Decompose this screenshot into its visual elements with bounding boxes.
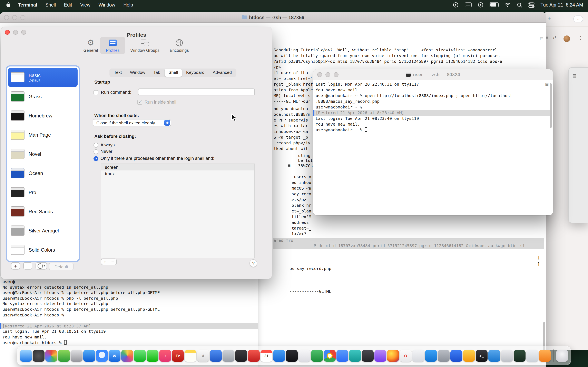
dock-icon-colour-grid-app[interactable] bbox=[45, 350, 57, 361]
terminal-settings-window[interactable]: Profiles ⚙ General Profiles Window Group… bbox=[1, 27, 272, 279]
toolbar-item-profiles[interactable]: Profiles bbox=[100, 37, 125, 54]
profile-item-pro[interactable]: Pro bbox=[8, 183, 78, 202]
dock-icon-chrome[interactable] bbox=[324, 350, 336, 361]
tab-keyboard[interactable]: Keyboard bbox=[182, 69, 209, 77]
dock-icon-safari[interactable] bbox=[96, 350, 108, 361]
tab-search-chevron-icon[interactable]: ⌄ bbox=[573, 16, 583, 22]
minimize-button[interactable] bbox=[12, 15, 17, 20]
dock-icon-white-grid-app[interactable] bbox=[298, 350, 310, 361]
dock-icon-white-photo-app[interactable] bbox=[412, 350, 424, 361]
dock-icon-light-map-app[interactable] bbox=[526, 350, 538, 361]
dock-icon-textedit[interactable]: A bbox=[197, 350, 209, 361]
remove-profile-button[interactable]: − bbox=[23, 262, 32, 269]
dock-icon-settings[interactable] bbox=[71, 350, 82, 361]
menubar-menu[interactable]: Edit bbox=[60, 2, 76, 7]
dock-icon-gray-tool-app[interactable] bbox=[223, 350, 234, 361]
control-center-icon[interactable] bbox=[528, 2, 534, 8]
dock-icon-facetime[interactable] bbox=[134, 350, 146, 361]
dock-icon-dark-camera-app[interactable] bbox=[286, 350, 298, 361]
dock-icon-orange-browser-app[interactable] bbox=[539, 350, 551, 361]
radio-only-if-processes[interactable] bbox=[94, 156, 98, 161]
process-list-item[interactable]: screen bbox=[101, 164, 254, 170]
menubar-menu[interactable]: View bbox=[76, 2, 94, 7]
profile-item-man-page[interactable]: Man Page bbox=[8, 125, 78, 144]
dock-icon-filezilla[interactable]: Fz bbox=[172, 350, 184, 361]
dock-icon-firefox[interactable] bbox=[387, 350, 399, 361]
profile-actions-menu-button[interactable]: ⋯▾ bbox=[35, 262, 47, 269]
window-titlebar[interactable]: user — -zsh — 80×24 bbox=[313, 69, 553, 80]
dock-icon-blue-utility-app[interactable] bbox=[83, 350, 95, 361]
scrollbar-thumb[interactable] bbox=[550, 83, 552, 128]
keyboard-icon[interactable] bbox=[465, 2, 471, 7]
dock-icon-launchpad[interactable] bbox=[33, 350, 44, 361]
menubar-menu[interactable]: Window bbox=[94, 2, 119, 7]
spotlight-icon[interactable] bbox=[517, 2, 522, 8]
dock-icon-podcasts[interactable] bbox=[374, 350, 386, 361]
tab-window[interactable]: Window bbox=[126, 69, 149, 77]
profile-item-red-sands[interactable]: Red Sands bbox=[8, 202, 78, 221]
process-remove-button[interactable]: − bbox=[109, 259, 117, 265]
dock-icon-music[interactable]: ♪ bbox=[159, 350, 171, 361]
active-app-menu[interactable]: Terminal bbox=[14, 2, 41, 7]
radio-never[interactable] bbox=[94, 149, 98, 154]
profile-item-homebrew[interactable]: Homebrew bbox=[8, 106, 78, 125]
dock-icon-red-media-app[interactable] bbox=[248, 350, 260, 361]
apple-menu-icon[interactable] bbox=[6, 2, 11, 8]
avatar[interactable] bbox=[563, 35, 570, 42]
zoom-button[interactable] bbox=[334, 72, 338, 77]
dock-icon-silver-app[interactable] bbox=[501, 350, 513, 361]
dock-icon-dark-pro-app[interactable] bbox=[235, 350, 247, 361]
close-button[interactable] bbox=[5, 30, 10, 35]
dock-icon-dark-green-app[interactable] bbox=[514, 350, 526, 361]
dock-icon-zoom[interactable] bbox=[337, 350, 348, 361]
dock-icon-teal-app[interactable] bbox=[349, 350, 361, 361]
tab-tab[interactable]: Tab bbox=[149, 69, 164, 77]
default-button[interactable]: Default bbox=[49, 263, 73, 270]
kebab-menu-icon[interactable]: ⋮ bbox=[578, 35, 583, 41]
tune-icon[interactable]: ⇄ bbox=[553, 35, 556, 40]
dock-icon-trash[interactable] bbox=[556, 350, 568, 361]
dock-icon-notes[interactable] bbox=[185, 350, 196, 361]
dock-icon-opera[interactable]: O bbox=[400, 350, 412, 361]
dock-icon-calendar[interactable]: 21 bbox=[260, 350, 272, 361]
tab-text[interactable]: Text bbox=[110, 69, 126, 77]
dock-icon-terminal[interactable]: >_ bbox=[476, 350, 488, 361]
zoom-button[interactable] bbox=[21, 30, 26, 35]
logi-status-icon[interactable] bbox=[453, 2, 458, 8]
menu-bar-clock[interactable]: Tue Apr 21 8:24 AM bbox=[540, 2, 583, 7]
battery-icon[interactable] bbox=[489, 2, 498, 7]
window-titlebar[interactable]: Profiles bbox=[1, 27, 272, 38]
dock-icon-finder[interactable] bbox=[20, 350, 32, 361]
shell-exits-dropdown[interactable]: Close if the shell exited cleanly bbox=[93, 119, 171, 126]
close-button[interactable] bbox=[317, 72, 322, 77]
dock-icon-orange-notes-app[interactable] bbox=[463, 350, 475, 361]
menubar-menu[interactable]: Shell bbox=[41, 2, 60, 7]
dock-icon-blue-dev-app[interactable] bbox=[450, 350, 462, 361]
process-add-button[interactable]: + bbox=[101, 259, 109, 265]
dock-icon-green-dev-app[interactable] bbox=[311, 350, 323, 361]
profile-item-grass[interactable]: Grass bbox=[8, 87, 78, 106]
help-button[interactable]: ? bbox=[250, 259, 257, 267]
profile-item-novel[interactable]: Novel bbox=[8, 144, 78, 164]
dock-icon-blue-cloud-app[interactable] bbox=[273, 350, 285, 361]
dock-icon-blue-doc-app[interactable] bbox=[210, 350, 222, 361]
dock-icon-docker-app[interactable] bbox=[488, 350, 500, 361]
radio-always[interactable] bbox=[94, 143, 98, 148]
run-command-checkbox[interactable] bbox=[94, 90, 98, 95]
zoom-button[interactable] bbox=[20, 15, 25, 20]
profile-item-silver-aerogel[interactable]: Silver Aerogel bbox=[8, 221, 78, 240]
dock-icon-dark-editor-app[interactable] bbox=[362, 350, 374, 361]
toolbar-item-window-groups[interactable]: Window Groups bbox=[128, 37, 162, 54]
terminal-window-user[interactable]: user — -zsh — 80×24 Last login: Mon Apr … bbox=[313, 69, 553, 215]
tab-advanced[interactable]: Advanced bbox=[209, 69, 236, 77]
dock-icon-green-leaf-app[interactable] bbox=[58, 350, 70, 361]
run-command-input[interactable] bbox=[138, 89, 255, 95]
new-tab-icon[interactable]: ＋ bbox=[546, 15, 552, 22]
dock-icon-messages[interactable] bbox=[147, 350, 158, 361]
wifi-icon[interactable] bbox=[504, 2, 511, 7]
dock-icon-vscode[interactable] bbox=[425, 350, 437, 361]
minimize-button[interactable] bbox=[13, 30, 18, 35]
menubar-menu[interactable]: Help bbox=[119, 2, 137, 7]
tab-shell[interactable]: Shell bbox=[164, 69, 182, 77]
add-profile-button[interactable]: + bbox=[11, 262, 20, 269]
